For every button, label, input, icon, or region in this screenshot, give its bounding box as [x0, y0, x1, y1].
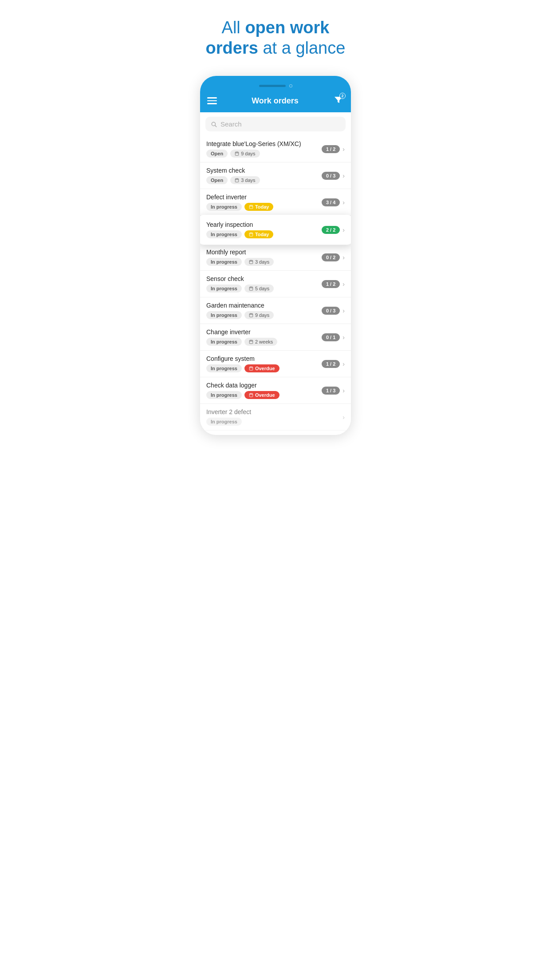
wo-title-wo7: Garden maintenance: [206, 302, 322, 309]
progress-badge-wo3: 3 / 4: [322, 198, 340, 206]
phone-frame: Work orders 2 Search Integr: [200, 76, 351, 435]
svg-rect-30: [249, 340, 253, 344]
chevron-icon-wo6: ›: [342, 281, 345, 288]
chevron-icon-wo5: ›: [342, 254, 345, 261]
status-badge-wo5: In progress: [206, 258, 242, 266]
svg-rect-18: [249, 261, 253, 264]
time-badge: 9 days: [230, 150, 260, 158]
status-badge-wo9: In progress: [206, 364, 242, 372]
time-badge-today: Today: [244, 230, 274, 238]
wo-right-wo6: 1 / 2 ›: [322, 280, 345, 288]
wo-right-wo2: 0 / 3 ›: [322, 172, 345, 180]
wo-left-wo7: Garden maintenance In progress 9 days: [206, 302, 322, 319]
svg-rect-14: [249, 233, 253, 237]
svg-rect-38: [249, 394, 253, 397]
hero-line1-normal: All: [222, 18, 240, 37]
notch-bar: [259, 85, 286, 87]
wo-badges-wo8: In progress 2 weeks: [206, 338, 322, 346]
wo-title-wo6: Sensor check: [206, 275, 322, 282]
progress-badge-wo6: 1 / 2: [322, 280, 340, 288]
wo-left-wo9: Configure system In progress Overdue: [206, 355, 322, 372]
wo-right-wo1: 1 / 2 ›: [322, 145, 345, 153]
time-badge-today: Today: [244, 203, 274, 211]
search-bar[interactable]: Search: [205, 117, 346, 131]
wo-badges-wo1: Open 9 days: [206, 150, 322, 158]
progress-badge-wo9: 1 / 2: [322, 360, 340, 368]
wo-left-wo4: Yearly inspection In progress Today: [206, 221, 322, 238]
svg-rect-10: [249, 205, 253, 209]
work-order-item-wo3[interactable]: Defect inverter In progress Today 3 / 4 …: [200, 189, 351, 216]
chevron-icon-wo4: ›: [342, 226, 345, 233]
status-badge-wo1: Open: [206, 150, 228, 158]
chevron-icon-wo11: ›: [342, 414, 345, 421]
wo-left-wo6: Sensor check In progress 5 days: [206, 275, 322, 292]
hero-text: All open work orders at a glance: [197, 18, 354, 58]
wo-title-wo2: System check: [206, 167, 322, 174]
progress-badge-wo7: 0 / 3: [322, 307, 340, 315]
status-badge-wo11: In progress: [206, 418, 242, 426]
filter-button[interactable]: 2: [333, 95, 344, 107]
wo-title-wo1: Integrate blue'Log-Series (XM/XC): [206, 140, 322, 147]
status-badge-wo8: In progress: [206, 338, 242, 346]
wo-badges-wo2: Open 3 days: [206, 176, 322, 184]
hero-line2-normal: at a glance: [263, 39, 345, 57]
work-order-item-wo8[interactable]: Change inverter In progress 2 weeks 0 / …: [200, 324, 351, 351]
chevron-icon-wo3: ›: [342, 199, 345, 206]
wo-right-wo10: 1 / 3 ›: [322, 387, 345, 395]
status-badge-wo7: In progress: [206, 311, 242, 319]
wo-badges-wo5: In progress 3 days: [206, 258, 322, 266]
work-order-item-wo6[interactable]: Sensor check In progress 5 days 1 / 2 ›: [200, 271, 351, 297]
wo-title-wo5: Monthly report: [206, 249, 322, 256]
progress-badge-wo2: 0 / 3: [322, 172, 340, 180]
chevron-icon-wo9: ›: [342, 360, 345, 368]
time-badge: 3 days: [230, 176, 260, 184]
wo-badges-wo6: In progress 5 days: [206, 285, 322, 292]
wo-badges-wo10: In progress Overdue: [206, 391, 322, 399]
chevron-icon-wo8: ›: [342, 334, 345, 341]
wo-title-wo10: Check data logger: [206, 382, 322, 389]
status-badge-wo4: In progress: [206, 230, 242, 238]
wo-title-wo3: Defect inverter: [206, 194, 322, 201]
work-order-item-wo4[interactable]: Yearly inspection In progress Today 2 / …: [200, 215, 351, 245]
hero-line1-bold: open work: [245, 18, 329, 37]
svg-rect-26: [249, 314, 253, 317]
wo-badges-wo3: In progress Today: [206, 203, 322, 211]
chevron-icon-wo2: ›: [342, 172, 345, 179]
status-badge-wo3: In progress: [206, 203, 242, 211]
time-badge: 5 days: [244, 285, 274, 292]
wo-left-wo2: System check Open 3 days: [206, 167, 322, 184]
svg-rect-6: [235, 179, 239, 182]
wo-badges-wo7: In progress 9 days: [206, 311, 322, 319]
work-order-item-wo9[interactable]: Configure system In progress Overdue 1 /…: [200, 351, 351, 377]
wo-badges-wo4: In progress Today: [206, 230, 322, 238]
svg-rect-2: [235, 152, 239, 156]
progress-badge-wo4: 2 / 2: [322, 226, 340, 234]
chevron-icon-wo10: ›: [342, 387, 345, 394]
work-order-item-wo11[interactable]: Inverter 2 defect In progress ›: [200, 404, 351, 431]
wo-left-wo8: Change inverter In progress 2 weeks: [206, 328, 322, 346]
wo-title-wo11: Inverter 2 defect: [206, 408, 342, 415]
hero-section: All open work orders at a glance: [184, 0, 367, 67]
work-order-item-wo5[interactable]: Monthly report In progress 3 days 0 / 2 …: [200, 244, 351, 271]
phone-mockup: Work orders 2 Search Integr: [200, 76, 351, 435]
wo-left-wo5: Monthly report In progress 3 days: [206, 249, 322, 266]
svg-rect-22: [249, 287, 253, 291]
work-order-item-wo7[interactable]: Garden maintenance In progress 9 days 0 …: [200, 297, 351, 324]
status-badge-wo10: In progress: [206, 391, 242, 399]
wo-left-wo1: Integrate blue'Log-Series (XM/XC) Open 9…: [206, 140, 322, 158]
work-order-item-wo2[interactable]: System check Open 3 days 0 / 3 ›: [200, 162, 351, 189]
status-badge-wo6: In progress: [206, 285, 242, 292]
filter-badge: 2: [339, 93, 346, 99]
time-badge: 3 days: [244, 258, 274, 266]
phone-top-bar: [200, 76, 351, 89]
hamburger-menu-button[interactable]: [207, 97, 217, 104]
wo-left-wo3: Defect inverter In progress Today: [206, 194, 322, 211]
time-badge-overdue: Overdue: [244, 364, 279, 372]
search-input[interactable]: Search: [220, 120, 242, 128]
search-icon: [211, 121, 217, 127]
work-order-item-wo1[interactable]: Integrate blue'Log-Series (XM/XC) Open 9…: [200, 136, 351, 162]
wo-right-wo9: 1 / 2 ›: [322, 360, 345, 368]
app-title: Work orders: [252, 96, 299, 106]
work-order-item-wo10[interactable]: Check data logger In progress Overdue 1 …: [200, 377, 351, 404]
wo-title-wo9: Configure system: [206, 355, 322, 362]
